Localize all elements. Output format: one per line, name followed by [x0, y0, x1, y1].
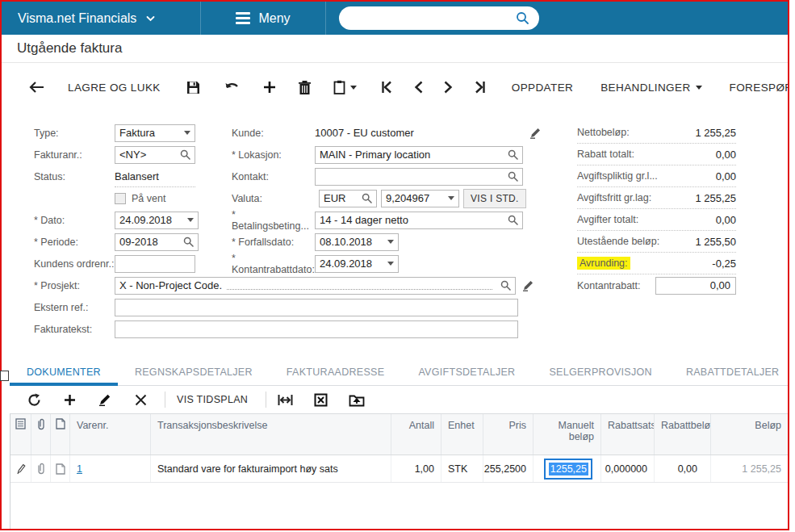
add-icon[interactable]	[263, 81, 276, 94]
period-field[interactable]: 09-2018	[115, 233, 199, 251]
col-manuelt-belop[interactable]: Manuelt beløp	[533, 414, 601, 455]
row-discount-rate[interactable]: 0,000000	[601, 455, 655, 482]
delete-icon[interactable]	[299, 81, 311, 94]
lookup-icon[interactable]	[508, 171, 518, 182]
app-title: Visma.net Financials	[18, 11, 136, 26]
invoice-text-field[interactable]	[115, 320, 518, 338]
import-records-icon[interactable]	[349, 393, 365, 407]
row-quantity[interactable]: 1,00	[391, 455, 441, 482]
grid-delete-icon[interactable]	[135, 394, 147, 406]
col-antall[interactable]: Antall	[391, 414, 441, 455]
next-record-icon[interactable]	[444, 81, 453, 94]
project-dotted-filler	[227, 281, 492, 290]
resize-handle[interactable]	[0, 371, 9, 381]
dropdown-icon[interactable]	[387, 240, 394, 244]
payment-terms-field[interactable]: 14 - 14 dager netto	[315, 212, 523, 229]
col-rabattbelop[interactable]: Rabattbeløp	[655, 414, 711, 455]
field-contact: Kontakt:	[230, 165, 553, 187]
tab-regnskapsdetaljer[interactable]: REGNSKAPSDETALJER	[118, 359, 270, 385]
currency-rate-select[interactable]: 9,204967	[381, 190, 459, 207]
grid-edit-icon[interactable]	[98, 393, 112, 406]
dropdown-icon[interactable]	[387, 262, 394, 266]
actions-caret-icon[interactable]	[696, 86, 702, 90]
selected-cell-value: 1255,25	[549, 463, 588, 475]
grid-data-row[interactable]: 1 Standard vare for fakturaimport høy sa…	[10, 455, 789, 483]
row-unit[interactable]: STK	[441, 455, 483, 482]
col-enhet[interactable]: Enhet	[441, 414, 483, 455]
fit-width-icon[interactable]	[278, 394, 293, 406]
lookup-icon[interactable]	[500, 280, 511, 291]
location-field[interactable]: MAIN - Primary location	[315, 146, 523, 164]
cash-discount-date-field[interactable]: 24.09.2018	[315, 255, 399, 273]
last-record-icon[interactable]	[474, 81, 486, 94]
back-button[interactable]	[29, 81, 45, 94]
col-varenr[interactable]: Varenr.	[70, 414, 151, 455]
customer-order-field[interactable]	[115, 255, 195, 273]
contact-input[interactable]	[320, 170, 504, 182]
date-field[interactable]: 24.09.2018	[115, 212, 199, 229]
refresh-button[interactable]: OPPDATER	[512, 82, 573, 94]
tab-avgiftsdetaljer[interactable]: AVGIFTSDETALJER	[401, 359, 532, 385]
tab-rabattdetaljer[interactable]: RABATTDETALJER	[669, 359, 795, 385]
field-external-ref: Ekstern ref.:	[26, 296, 534, 318]
save-icon[interactable]	[186, 81, 200, 94]
col-rabattsats[interactable]: Rabattsats	[601, 414, 655, 455]
copy-paste-icon[interactable]	[333, 80, 345, 94]
export-excel-icon[interactable]	[314, 393, 328, 407]
search-icon[interactable]	[516, 11, 529, 25]
project-edit-icon[interactable]	[522, 279, 534, 291]
global-search[interactable]	[339, 6, 539, 30]
grid-add-icon[interactable]	[64, 394, 76, 406]
col-belop[interactable]: Beløp	[711, 414, 789, 455]
tab-dokumenter[interactable]: DOKUMENTER	[10, 359, 118, 385]
menu-button[interactable]: Meny	[200, 2, 326, 35]
row-price[interactable]: 1 255,2500	[483, 455, 533, 482]
lookup-icon[interactable]	[180, 149, 190, 160]
project-field[interactable]: X - Non-Project Code.	[115, 277, 516, 295]
invoice-text-input[interactable]	[119, 323, 513, 335]
first-record-icon[interactable]	[381, 81, 393, 94]
col-pris[interactable]: Pris	[483, 414, 533, 455]
tab-fakturaadresse[interactable]: FAKTURAADRESSE	[270, 359, 402, 385]
contact-field[interactable]	[315, 168, 523, 186]
currency-code-field[interactable]: EUR	[319, 190, 377, 207]
cash-discount-input[interactable]	[655, 277, 736, 295]
lookup-icon[interactable]	[508, 215, 518, 225]
dropdown-icon[interactable]	[187, 218, 194, 222]
row-manual-amount-cell[interactable]: 1255,25	[533, 455, 601, 482]
hold-checkbox[interactable]	[115, 193, 126, 204]
customer-order-input[interactable]	[119, 258, 190, 270]
dropdown-icon[interactable]	[448, 196, 454, 200]
invoice-no-field[interactable]: <NY>	[115, 146, 195, 164]
undo-icon[interactable]	[224, 82, 241, 94]
due-date-field[interactable]: 08.10.2018	[315, 233, 399, 251]
previous-record-icon[interactable]	[414, 81, 423, 94]
external-ref-field[interactable]	[115, 299, 518, 316]
view-schedule-button[interactable]: VIS TIDSPLAN	[177, 394, 248, 405]
app-switcher[interactable]: Visma.net Financials	[2, 11, 200, 26]
type-select[interactable]: Faktura	[115, 124, 195, 142]
view-base-button[interactable]: VIS I STD.	[463, 189, 526, 208]
copy-paste-caret-icon[interactable]	[350, 86, 357, 90]
search-input[interactable]	[339, 6, 516, 30]
actions-button[interactable]: BEHANDLINGER	[600, 82, 690, 94]
external-ref-input[interactable]	[119, 301, 513, 313]
tab-selgerprovisjon[interactable]: SELGERPROVISJON	[532, 359, 668, 385]
lookup-icon[interactable]	[183, 237, 194, 247]
grid-refresh-icon[interactable]	[27, 393, 41, 407]
row-discount-amount[interactable]: 0,00	[655, 455, 711, 482]
dropdown-icon[interactable]	[184, 131, 190, 135]
row-item-no-link[interactable]: 1	[77, 463, 82, 475]
save-close-button[interactable]: LAGRE OG LUKK	[68, 82, 161, 94]
row-attachment-icon[interactable]	[31, 455, 51, 482]
selected-cell[interactable]: 1255,25	[544, 459, 592, 480]
customer-edit-icon[interactable]	[529, 127, 542, 139]
row-description[interactable]: Standard vare for fakturaimport høy sats	[151, 455, 391, 482]
status-value: Balansert	[115, 170, 159, 182]
inquiries-button[interactable]: FORESPØRSLER	[730, 82, 788, 94]
cash-discount-date-label: * Kontantrabattdato:	[230, 253, 315, 275]
lookup-icon[interactable]	[362, 193, 372, 203]
row-document-icon[interactable]	[51, 455, 70, 482]
lookup-icon[interactable]	[508, 149, 518, 160]
col-beskrivelse[interactable]: Transaksjonsbeskrivelse	[151, 414, 391, 455]
